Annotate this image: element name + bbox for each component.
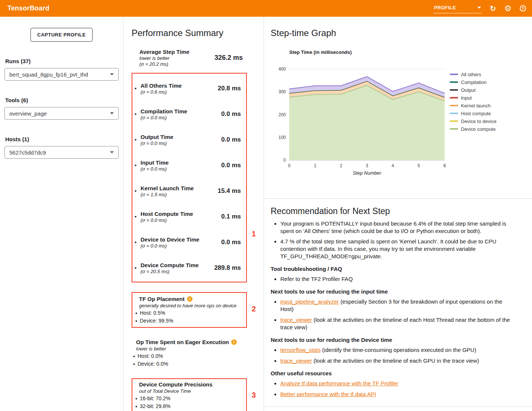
metric-row: All Others Time (σ = 0.6 ms) 20.8 ms bbox=[135, 76, 242, 101]
annotation-number-2: 2 bbox=[252, 305, 256, 313]
legend-swatch bbox=[450, 97, 458, 98]
list-item: Host: 0.0% bbox=[132, 353, 247, 359]
precision-16bit: 16-bit: 70.2% bbox=[140, 395, 171, 402]
input-tools-list: input_pipeline_analyzer (especially Sect… bbox=[271, 298, 515, 331]
info-icon[interactable] bbox=[231, 339, 237, 345]
metric-sigma: (σ = 0.0 ms) bbox=[141, 115, 209, 120]
legend-label: Input bbox=[461, 95, 472, 101]
step-time-graph-section: Step-time Graph Step Time (in millisecon… bbox=[264, 17, 532, 199]
eager-device: Device: 0.0% bbox=[138, 361, 168, 367]
runs-select[interactable]: bert_squad_8gpu_fp16_pvt_thd bbox=[4, 68, 119, 81]
svg-text:4: 4 bbox=[391, 163, 394, 168]
step-time-chart-container: Step Time (in milliseconds) 010020030040… bbox=[277, 49, 532, 176]
bullet-icon bbox=[135, 395, 140, 402]
bullet-icon bbox=[135, 188, 141, 194]
legend-label: Host compute bbox=[461, 111, 491, 116]
tfdata-performance-link[interactable]: Analyze tf.data performance with the TF … bbox=[280, 380, 398, 386]
list-item: trace_viewer (look at the activities on … bbox=[280, 316, 515, 331]
legend-label: All others bbox=[461, 72, 481, 77]
bullet-icon bbox=[135, 310, 140, 316]
svg-text:1: 1 bbox=[314, 163, 316, 168]
legend-label: Kernel launch bbox=[461, 103, 491, 109]
metric-row: Input Time (σ = 0.0 ms) 0.0 ms bbox=[135, 153, 242, 178]
legend-label: Device compute bbox=[461, 126, 496, 132]
svg-text:0: 0 bbox=[288, 163, 291, 168]
list-item-text: (look at the activities on the timeline … bbox=[280, 317, 510, 330]
legend-item-device-compute: Device compute bbox=[450, 125, 496, 133]
list-item: Device: 0.0% bbox=[132, 361, 247, 367]
metric-value: 289.8 ms bbox=[209, 264, 242, 272]
performance-summary-title: Performance Summary bbox=[132, 28, 264, 38]
metric-sigma: (σ = 1.5 ms) bbox=[141, 192, 209, 197]
svg-text:2: 2 bbox=[340, 163, 342, 168]
list-item: Device: 99.5% bbox=[135, 318, 242, 324]
chart-title: Step Time (in milliseconds) bbox=[289, 49, 532, 55]
app-title: TensorBoard bbox=[7, 4, 49, 12]
annotation-box-1: All Others Time (σ = 0.6 ms) 20.8 ms Com… bbox=[132, 73, 247, 282]
precision-32bit: 32-bit: 29.8% bbox=[140, 403, 171, 410]
legend-item-host-compute: Host compute bbox=[450, 110, 496, 117]
metric-label: Device Compute Time bbox=[141, 262, 209, 268]
other-resources-heading: Other useful resources bbox=[271, 370, 515, 376]
metric-label: Input Time bbox=[141, 159, 209, 166]
legend-swatch bbox=[450, 89, 458, 91]
bullet-icon bbox=[132, 361, 138, 367]
hosts-select[interactable]: 5627c5dd7dc9 bbox=[4, 146, 119, 159]
metric-value: 0.0 ms bbox=[209, 110, 242, 118]
metric-sigma: (σ = 0.0 ms) bbox=[141, 243, 209, 249]
legend-swatch bbox=[450, 74, 458, 75]
average-step-time-row: Average Step Time lower is better (σ = 2… bbox=[139, 49, 243, 67]
legend-item-kernel-launch: Kernel launch bbox=[450, 102, 496, 110]
trace-viewer-link[interactable]: trace_viewer bbox=[280, 317, 312, 323]
annotation-box-3: Device Compute Precisions out of Total D… bbox=[132, 378, 247, 411]
svg-text:200: 200 bbox=[278, 112, 286, 117]
device-tools-list: tensorflow_stats (identify the time-cons… bbox=[271, 346, 515, 365]
metric-label: Compilation Time bbox=[141, 108, 209, 114]
capture-profile-button[interactable]: CAPTURE PROFILE bbox=[30, 28, 92, 42]
svg-text:0: 0 bbox=[283, 158, 286, 163]
recommendation-bullet: 4.7 % of the total step time sampled is … bbox=[280, 238, 515, 260]
metric-sigma: (σ = 0.6 ms) bbox=[141, 89, 209, 95]
other-resources-list: Analyze tf.data performance with the TF … bbox=[271, 380, 515, 398]
metric-row: Device Compute Time (σ = 20.5 ms) 289.8 … bbox=[135, 255, 242, 281]
svg-text:400: 400 bbox=[278, 67, 286, 72]
metric-row: Compilation Time (σ = 0.0 ms) 0.0 ms bbox=[135, 101, 242, 127]
recommendation-bullet: Your program is POTENTIALLY input-bound … bbox=[280, 220, 515, 235]
eager-execution-block: Op Time Spent on Eager Execution lower i… bbox=[132, 339, 247, 367]
refresh-icon[interactable] bbox=[490, 5, 496, 12]
faq-item: Refer to the TF2 Profiler FAQ bbox=[280, 275, 515, 283]
tensorflow-stats-link[interactable]: tensorflow_stats bbox=[280, 347, 320, 353]
metric-value: 0.0 ms bbox=[209, 136, 242, 143]
bullet-icon bbox=[135, 239, 141, 246]
tf-op-placement-subtitle: generally desired to have more ops on de… bbox=[139, 303, 242, 308]
input-pipeline-analyzer-link[interactable]: input_pipeline_analyzer bbox=[280, 298, 339, 305]
x-axis-label: Step Number bbox=[289, 170, 445, 176]
dashboard-select[interactable]: PROFILE bbox=[433, 4, 482, 13]
help-icon[interactable] bbox=[520, 5, 526, 12]
list-item: trace_viewer (look at the activities on … bbox=[280, 357, 515, 365]
info-icon[interactable] bbox=[187, 296, 193, 302]
chevron-down-icon bbox=[477, 7, 481, 9]
gear-icon[interactable] bbox=[504, 4, 512, 13]
bullet-icon bbox=[135, 403, 140, 410]
trace-viewer-link[interactable]: trace_viewer bbox=[280, 357, 312, 364]
list-item: tensorflow_stats (identify the time-cons… bbox=[280, 346, 515, 354]
legend-item-compilation: Compilation bbox=[450, 78, 496, 86]
metric-sigma: (σ = 20.5 ms) bbox=[141, 269, 209, 274]
metric-row: Kernel Launch Time (σ = 1.5 ms) 15.4 ms bbox=[135, 178, 242, 204]
faq-list: Refer to the TF2 Profiler FAQ bbox=[271, 275, 515, 283]
metric-value: 15.4 ms bbox=[209, 187, 242, 195]
divider bbox=[264, 407, 532, 407]
chart-legend: All othersCompilationOutputInputKernel l… bbox=[450, 71, 496, 133]
metric-value: 0.1 ms bbox=[209, 213, 242, 220]
metric-sigma: (σ = 0.0 ms) bbox=[141, 166, 209, 172]
tools-select[interactable]: overview_page bbox=[4, 107, 119, 120]
bullet-icon bbox=[132, 353, 138, 359]
tfdata-api-link[interactable]: Better performance with the tf.data API bbox=[280, 391, 376, 397]
legend-swatch bbox=[450, 113, 458, 114]
metric-note: lower is better bbox=[139, 55, 189, 61]
metric-value: 0.0 ms bbox=[209, 162, 242, 169]
tf-op-placement-title: TF Op Placement bbox=[139, 296, 185, 302]
metric-value: 0.0 ms bbox=[209, 239, 242, 246]
recommendation-bullets: Your program is POTENTIALLY input-bound … bbox=[271, 220, 515, 260]
